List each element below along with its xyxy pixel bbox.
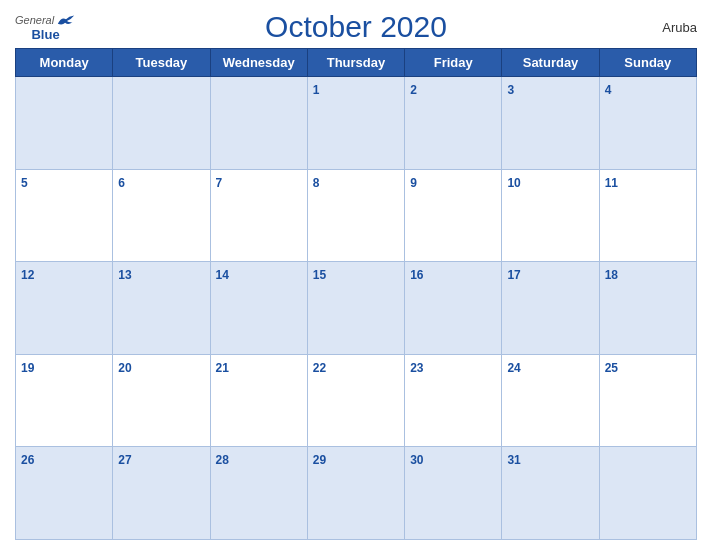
calendar-cell: 23 xyxy=(405,354,502,447)
logo: General Blue xyxy=(15,14,76,41)
day-number: 29 xyxy=(313,453,326,467)
calendar-week-row: 19202122232425 xyxy=(16,354,697,447)
calendar-cell: 18 xyxy=(599,262,696,355)
logo-general-text: General xyxy=(15,15,54,26)
calendar-cell: 30 xyxy=(405,447,502,540)
calendar-cell: 2 xyxy=(405,77,502,170)
calendar-cell: 1 xyxy=(307,77,404,170)
calendar-cell: 7 xyxy=(210,169,307,262)
day-number: 6 xyxy=(118,176,125,190)
calendar-cell: 17 xyxy=(502,262,599,355)
weekday-header-sunday: Sunday xyxy=(599,49,696,77)
day-number: 9 xyxy=(410,176,417,190)
calendar-week-row: 12131415161718 xyxy=(16,262,697,355)
calendar-cell: 15 xyxy=(307,262,404,355)
weekday-header-saturday: Saturday xyxy=(502,49,599,77)
day-number: 5 xyxy=(21,176,28,190)
day-number: 3 xyxy=(507,83,514,97)
calendar-cell: 6 xyxy=(113,169,210,262)
calendar-cell: 11 xyxy=(599,169,696,262)
day-number: 30 xyxy=(410,453,423,467)
weekday-header-friday: Friday xyxy=(405,49,502,77)
calendar-cell: 3 xyxy=(502,77,599,170)
day-number: 4 xyxy=(605,83,612,97)
calendar-cell: 31 xyxy=(502,447,599,540)
weekday-header-row: MondayTuesdayWednesdayThursdayFridaySatu… xyxy=(16,49,697,77)
calendar-cell: 8 xyxy=(307,169,404,262)
day-number: 12 xyxy=(21,268,34,282)
weekday-header-monday: Monday xyxy=(16,49,113,77)
day-number: 11 xyxy=(605,176,618,190)
day-number: 23 xyxy=(410,361,423,375)
calendar-table: MondayTuesdayWednesdayThursdayFridaySatu… xyxy=(15,48,697,540)
day-number: 22 xyxy=(313,361,326,375)
day-number: 19 xyxy=(21,361,34,375)
calendar-cell: 13 xyxy=(113,262,210,355)
day-number: 17 xyxy=(507,268,520,282)
day-number: 27 xyxy=(118,453,131,467)
logo-bird-icon xyxy=(56,14,76,28)
day-number: 10 xyxy=(507,176,520,190)
calendar-cell: 19 xyxy=(16,354,113,447)
day-number: 1 xyxy=(313,83,320,97)
day-number: 8 xyxy=(313,176,320,190)
day-number: 16 xyxy=(410,268,423,282)
day-number: 21 xyxy=(216,361,229,375)
calendar-cell: 28 xyxy=(210,447,307,540)
calendar-cell: 29 xyxy=(307,447,404,540)
calendar-week-row: 262728293031 xyxy=(16,447,697,540)
day-number: 25 xyxy=(605,361,618,375)
calendar-cell: 9 xyxy=(405,169,502,262)
country-label: Aruba xyxy=(662,20,697,35)
day-number: 7 xyxy=(216,176,223,190)
calendar-cell: 5 xyxy=(16,169,113,262)
calendar-cell: 14 xyxy=(210,262,307,355)
calendar-cell xyxy=(113,77,210,170)
calendar-week-row: 567891011 xyxy=(16,169,697,262)
calendar-cell: 10 xyxy=(502,169,599,262)
calendar-cell xyxy=(16,77,113,170)
calendar-cell: 12 xyxy=(16,262,113,355)
calendar-cell: 24 xyxy=(502,354,599,447)
logo-blue-text: Blue xyxy=(31,28,59,41)
page-title: October 2020 xyxy=(265,10,447,44)
weekday-header-wednesday: Wednesday xyxy=(210,49,307,77)
day-number: 2 xyxy=(410,83,417,97)
day-number: 26 xyxy=(21,453,34,467)
day-number: 15 xyxy=(313,268,326,282)
day-number: 18 xyxy=(605,268,618,282)
weekday-header-tuesday: Tuesday xyxy=(113,49,210,77)
calendar-week-row: 1234 xyxy=(16,77,697,170)
calendar-cell: 27 xyxy=(113,447,210,540)
calendar-cell: 22 xyxy=(307,354,404,447)
calendar-header: General Blue October 2020 Aruba xyxy=(15,10,697,44)
day-number: 20 xyxy=(118,361,131,375)
calendar-cell: 25 xyxy=(599,354,696,447)
calendar-cell: 21 xyxy=(210,354,307,447)
day-number: 24 xyxy=(507,361,520,375)
calendar-cell: 26 xyxy=(16,447,113,540)
calendar-cell xyxy=(599,447,696,540)
calendar-cell: 4 xyxy=(599,77,696,170)
day-number: 14 xyxy=(216,268,229,282)
day-number: 28 xyxy=(216,453,229,467)
day-number: 31 xyxy=(507,453,520,467)
weekday-header-thursday: Thursday xyxy=(307,49,404,77)
calendar-cell: 20 xyxy=(113,354,210,447)
calendar-cell xyxy=(210,77,307,170)
calendar-cell: 16 xyxy=(405,262,502,355)
day-number: 13 xyxy=(118,268,131,282)
